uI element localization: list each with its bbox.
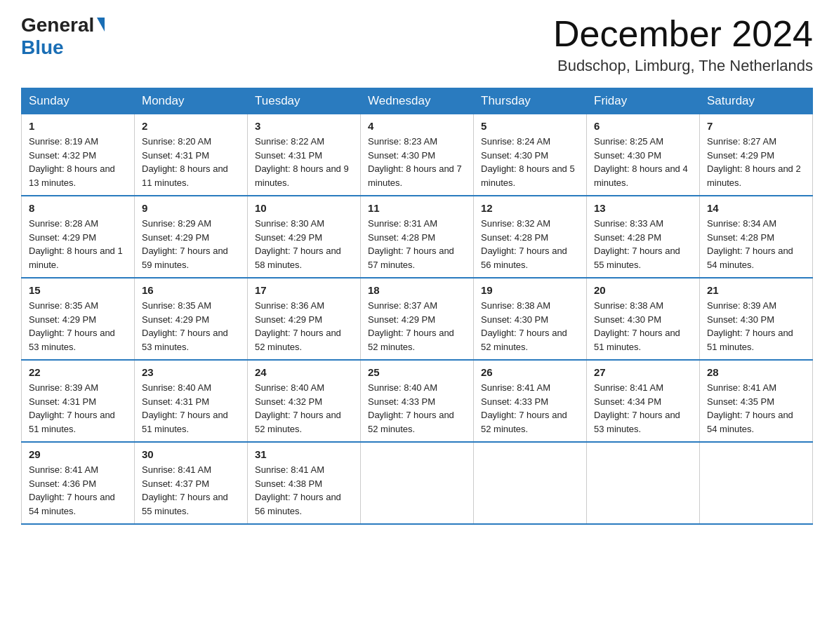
calendar-cell: 31 Sunrise: 8:41 AMSunset: 4:38 PMDaylig…	[248, 442, 361, 524]
logo-general: General	[21, 14, 94, 36]
calendar-cell	[587, 442, 700, 524]
day-info: Sunrise: 8:25 AMSunset: 4:30 PMDaylight:…	[594, 136, 688, 188]
logo-blue: Blue	[21, 36, 64, 58]
day-info: Sunrise: 8:38 AMSunset: 4:30 PMDaylight:…	[594, 300, 680, 352]
calendar-cell: 19 Sunrise: 8:38 AMSunset: 4:30 PMDaylig…	[474, 278, 587, 360]
day-info: Sunrise: 8:41 AMSunset: 4:36 PMDaylight:…	[29, 464, 115, 516]
col-thursday: Thursday	[474, 88, 587, 114]
calendar-cell: 3 Sunrise: 8:22 AMSunset: 4:31 PMDayligh…	[248, 114, 361, 196]
calendar-cell: 2 Sunrise: 8:20 AMSunset: 4:31 PMDayligh…	[135, 114, 248, 196]
calendar-cell: 29 Sunrise: 8:41 AMSunset: 4:36 PMDaylig…	[22, 442, 135, 524]
page-header: General Blue December 2024 Budschop, Lim…	[21, 14, 813, 75]
day-info: Sunrise: 8:41 AMSunset: 4:37 PMDaylight:…	[142, 464, 228, 516]
day-info: Sunrise: 8:36 AMSunset: 4:29 PMDaylight:…	[255, 300, 341, 352]
calendar-cell	[474, 442, 587, 524]
day-number: 19	[481, 284, 579, 296]
day-number: 24	[255, 366, 353, 378]
calendar-cell: 14 Sunrise: 8:34 AMSunset: 4:28 PMDaylig…	[700, 196, 813, 278]
day-info: Sunrise: 8:30 AMSunset: 4:29 PMDaylight:…	[255, 218, 341, 270]
calendar-cell: 16 Sunrise: 8:35 AMSunset: 4:29 PMDaylig…	[135, 278, 248, 360]
calendar-cell: 8 Sunrise: 8:28 AMSunset: 4:29 PMDayligh…	[22, 196, 135, 278]
day-number: 15	[29, 284, 127, 296]
calendar-cell: 21 Sunrise: 8:39 AMSunset: 4:30 PMDaylig…	[700, 278, 813, 360]
calendar-cell: 17 Sunrise: 8:36 AMSunset: 4:29 PMDaylig…	[248, 278, 361, 360]
logo-arrow-icon	[97, 18, 105, 32]
day-number: 25	[368, 366, 466, 378]
calendar-cell: 11 Sunrise: 8:31 AMSunset: 4:28 PMDaylig…	[361, 196, 474, 278]
calendar-header-row: Sunday Monday Tuesday Wednesday Thursday…	[22, 88, 813, 114]
day-info: Sunrise: 8:19 AMSunset: 4:32 PMDaylight:…	[29, 136, 115, 188]
calendar-cell	[700, 442, 813, 524]
calendar-table: Sunday Monday Tuesday Wednesday Thursday…	[21, 88, 813, 525]
day-number: 29	[29, 448, 127, 460]
calendar-cell: 28 Sunrise: 8:41 AMSunset: 4:35 PMDaylig…	[700, 360, 813, 442]
calendar-cell: 24 Sunrise: 8:40 AMSunset: 4:32 PMDaylig…	[248, 360, 361, 442]
day-number: 3	[255, 120, 353, 132]
day-info: Sunrise: 8:40 AMSunset: 4:32 PMDaylight:…	[255, 382, 341, 434]
calendar-week-row: 29 Sunrise: 8:41 AMSunset: 4:36 PMDaylig…	[22, 442, 813, 524]
day-info: Sunrise: 8:29 AMSunset: 4:29 PMDaylight:…	[142, 218, 228, 270]
day-info: Sunrise: 8:32 AMSunset: 4:28 PMDaylight:…	[481, 218, 567, 270]
calendar-cell: 30 Sunrise: 8:41 AMSunset: 4:37 PMDaylig…	[135, 442, 248, 524]
day-number: 28	[707, 366, 805, 378]
day-number: 12	[481, 202, 579, 214]
calendar-cell: 25 Sunrise: 8:40 AMSunset: 4:33 PMDaylig…	[361, 360, 474, 442]
day-number: 4	[368, 120, 466, 132]
day-number: 8	[29, 202, 127, 214]
calendar-cell: 18 Sunrise: 8:37 AMSunset: 4:29 PMDaylig…	[361, 278, 474, 360]
day-info: Sunrise: 8:35 AMSunset: 4:29 PMDaylight:…	[142, 300, 228, 352]
day-info: Sunrise: 8:28 AMSunset: 4:29 PMDaylight:…	[29, 218, 123, 270]
day-number: 11	[368, 202, 466, 214]
col-monday: Monday	[135, 88, 248, 114]
calendar-cell: 27 Sunrise: 8:41 AMSunset: 4:34 PMDaylig…	[587, 360, 700, 442]
day-info: Sunrise: 8:39 AMSunset: 4:30 PMDaylight:…	[707, 300, 793, 352]
day-info: Sunrise: 8:35 AMSunset: 4:29 PMDaylight:…	[29, 300, 115, 352]
location-title: Budschop, Limburg, The Netherlands	[553, 57, 813, 75]
day-number: 10	[255, 202, 353, 214]
day-number: 6	[594, 120, 692, 132]
calendar-week-row: 22 Sunrise: 8:39 AMSunset: 4:31 PMDaylig…	[22, 360, 813, 442]
title-block: December 2024 Budschop, Limburg, The Net…	[553, 14, 813, 75]
day-info: Sunrise: 8:34 AMSunset: 4:28 PMDaylight:…	[707, 218, 793, 270]
day-number: 2	[142, 120, 240, 132]
day-info: Sunrise: 8:41 AMSunset: 4:35 PMDaylight:…	[707, 382, 793, 434]
day-number: 18	[368, 284, 466, 296]
day-number: 20	[594, 284, 692, 296]
calendar-cell: 10 Sunrise: 8:30 AMSunset: 4:29 PMDaylig…	[248, 196, 361, 278]
calendar-cell: 12 Sunrise: 8:32 AMSunset: 4:28 PMDaylig…	[474, 196, 587, 278]
day-info: Sunrise: 8:38 AMSunset: 4:30 PMDaylight:…	[481, 300, 567, 352]
day-info: Sunrise: 8:41 AMSunset: 4:34 PMDaylight:…	[594, 382, 680, 434]
col-saturday: Saturday	[700, 88, 813, 114]
day-number: 14	[707, 202, 805, 214]
day-info: Sunrise: 8:37 AMSunset: 4:29 PMDaylight:…	[368, 300, 454, 352]
calendar-cell: 7 Sunrise: 8:27 AMSunset: 4:29 PMDayligh…	[700, 114, 813, 196]
col-friday: Friday	[587, 88, 700, 114]
calendar-cell: 22 Sunrise: 8:39 AMSunset: 4:31 PMDaylig…	[22, 360, 135, 442]
day-info: Sunrise: 8:22 AMSunset: 4:31 PMDaylight:…	[255, 136, 349, 188]
day-number: 30	[142, 448, 240, 460]
day-number: 26	[481, 366, 579, 378]
calendar-cell: 13 Sunrise: 8:33 AMSunset: 4:28 PMDaylig…	[587, 196, 700, 278]
day-info: Sunrise: 8:23 AMSunset: 4:30 PMDaylight:…	[368, 136, 462, 188]
day-info: Sunrise: 8:27 AMSunset: 4:29 PMDaylight:…	[707, 136, 801, 188]
calendar-cell: 5 Sunrise: 8:24 AMSunset: 4:30 PMDayligh…	[474, 114, 587, 196]
day-number: 22	[29, 366, 127, 378]
calendar-cell: 1 Sunrise: 8:19 AMSunset: 4:32 PMDayligh…	[22, 114, 135, 196]
calendar-cell: 20 Sunrise: 8:38 AMSunset: 4:30 PMDaylig…	[587, 278, 700, 360]
day-number: 17	[255, 284, 353, 296]
day-number: 16	[142, 284, 240, 296]
day-info: Sunrise: 8:40 AMSunset: 4:31 PMDaylight:…	[142, 382, 228, 434]
col-wednesday: Wednesday	[361, 88, 474, 114]
day-number: 23	[142, 366, 240, 378]
calendar-cell: 6 Sunrise: 8:25 AMSunset: 4:30 PMDayligh…	[587, 114, 700, 196]
calendar-cell: 26 Sunrise: 8:41 AMSunset: 4:33 PMDaylig…	[474, 360, 587, 442]
calendar-week-row: 1 Sunrise: 8:19 AMSunset: 4:32 PMDayligh…	[22, 114, 813, 196]
calendar-cell: 9 Sunrise: 8:29 AMSunset: 4:29 PMDayligh…	[135, 196, 248, 278]
day-info: Sunrise: 8:41 AMSunset: 4:38 PMDaylight:…	[255, 464, 341, 516]
day-info: Sunrise: 8:31 AMSunset: 4:28 PMDaylight:…	[368, 218, 454, 270]
day-number: 1	[29, 120, 127, 132]
day-info: Sunrise: 8:33 AMSunset: 4:28 PMDaylight:…	[594, 218, 680, 270]
calendar-cell: 23 Sunrise: 8:40 AMSunset: 4:31 PMDaylig…	[135, 360, 248, 442]
day-info: Sunrise: 8:41 AMSunset: 4:33 PMDaylight:…	[481, 382, 567, 434]
day-number: 7	[707, 120, 805, 132]
